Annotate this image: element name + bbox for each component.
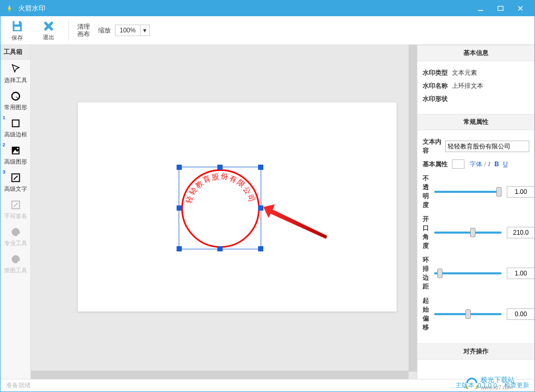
svg-rect-7 [15, 27, 20, 30]
edit-icon [9, 171, 22, 185]
tool-cutout[interactable]: 抠图工具 [1, 250, 30, 277]
open-angle-slider[interactable] [434, 232, 502, 234]
wm-type-value: 文本元素 [452, 68, 529, 77]
palette-icon [9, 252, 22, 266]
resize-handle[interactable] [177, 205, 182, 211]
props-title: 常规属性 [417, 114, 534, 130]
tool-adv-border[interactable]: 1 高级边框 [1, 114, 30, 141]
zoom-select[interactable]: 100% ▾ [115, 25, 150, 36]
basic-info-title: 基本信息 [417, 45, 534, 61]
minimize-button[interactable] [471, 1, 491, 16]
version-label: 主版本 [456, 381, 474, 390]
zoom-label: 缩放 [98, 26, 111, 35]
tool-adv-text[interactable]: 3 高级文字 [1, 168, 30, 195]
exit-icon [42, 20, 55, 32]
annotation-arrow-icon [263, 204, 331, 241]
tool-pro[interactable]: 专业工具 [1, 223, 30, 250]
circle-shape[interactable] [181, 169, 260, 248]
save-button[interactable]: 保存 [6, 18, 29, 43]
sidebar-title: 工具箱 [1, 45, 30, 60]
image-icon [9, 144, 22, 157]
start-offset-slider[interactable] [434, 313, 502, 315]
resize-handle[interactable] [217, 246, 223, 251]
tool-signature[interactable]: 手写签名 [1, 195, 30, 223]
maximize-button[interactable] [491, 1, 510, 16]
tool-select[interactable]: 选择工具 [1, 60, 30, 87]
tool-sidebar: 工具箱 选择工具 常用图形 1 高级边框 2 高级图形 3 [1, 45, 31, 379]
check-update-link[interactable]: 检查更新 [504, 381, 529, 390]
canvas[interactable]: 轻轻教育股份有限公司 [78, 102, 397, 312]
align-title: 对齐操作 [417, 343, 534, 360]
bold-toggle[interactable]: B [494, 160, 499, 168]
horizontal-scrollbar[interactable] [31, 371, 409, 379]
opacity-slider[interactable] [434, 191, 502, 193]
save-icon [10, 19, 24, 33]
svg-marker-0 [8, 5, 11, 9]
svg-rect-9 [12, 120, 19, 127]
resize-handle[interactable] [258, 246, 263, 251]
start-offset-input[interactable] [507, 308, 534, 320]
palette-icon [9, 225, 22, 239]
ring-margin-input[interactable] [507, 268, 534, 279]
canvas-area[interactable]: 轻轻教育股份有限公司 [31, 45, 417, 379]
svg-rect-6 [15, 21, 19, 25]
resize-handle[interactable] [177, 165, 182, 170]
opacity-input[interactable] [507, 186, 534, 198]
square-icon [9, 117, 22, 130]
svg-point-12 [17, 148, 18, 149]
close-button[interactable] [510, 1, 530, 16]
text-content-input[interactable] [445, 141, 529, 152]
toolbar-separator [68, 20, 69, 41]
chevron-down-icon: ▾ [140, 25, 149, 36]
color-picker[interactable] [452, 159, 464, 169]
main-toolbar: 保存 退出 清理 画布 缩放 100% ▾ [1, 16, 534, 45]
svg-rect-3 [498, 6, 503, 10]
clear-canvas-button[interactable]: 清理 画布 [77, 23, 90, 38]
tool-common-shape[interactable]: 常用图形 [1, 87, 30, 114]
resize-handle[interactable] [258, 205, 263, 211]
version-value: 0.1.0.0 [478, 382, 497, 389]
titlebar: 火箭水印 [1, 1, 534, 16]
svg-marker-16 [263, 204, 327, 239]
underline-toggle[interactable]: U [503, 160, 508, 168]
cursor-icon [9, 62, 22, 76]
italic-toggle[interactable]: I [488, 160, 490, 168]
zoom-value: 100% [115, 27, 140, 34]
app-icon [5, 4, 14, 13]
properties-panel: 基本信息 水印类型文本元素 水印名称上环排文本 水印形状 常规属性 文本内容 基… [417, 45, 534, 379]
save-label: 保存 [11, 34, 23, 42]
pen-icon [9, 198, 22, 212]
status-ready: 准备就绪 [6, 381, 456, 390]
exit-label: 退出 [43, 33, 54, 41]
exit-button[interactable]: 退出 [37, 18, 60, 43]
resize-handle[interactable] [258, 165, 263, 170]
wm-name-value: 上环排文本 [452, 82, 529, 90]
app-title: 火箭水印 [18, 4, 471, 13]
ring-margin-slider[interactable] [434, 272, 502, 274]
resize-handle[interactable] [217, 165, 223, 170]
circle-icon [9, 89, 22, 103]
vertical-scrollbar[interactable] [409, 45, 417, 372]
tool-adv-shape[interactable]: 2 高级图形 [1, 141, 30, 168]
open-angle-input[interactable] [507, 227, 534, 238]
statusbar: 准备就绪 主版本 0.1.0.0 检查更新 [1, 379, 534, 391]
selection-box[interactable]: 轻轻教育股份有限公司 [179, 167, 261, 249]
scrollbar-thumb[interactable] [31, 371, 409, 379]
font-link[interactable]: 字体 [470, 160, 482, 169]
scrollbar-thumb[interactable] [409, 45, 417, 372]
resize-handle[interactable] [177, 246, 182, 251]
svg-rect-1 [8, 9, 10, 11]
